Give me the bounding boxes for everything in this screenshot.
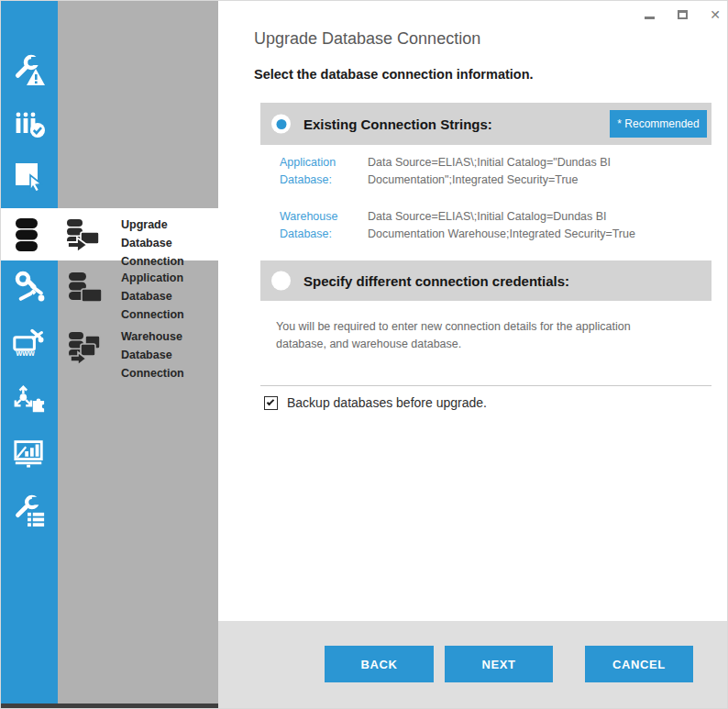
radio-existing-connection-strings[interactable] <box>271 115 291 134</box>
application-database-row: Application Database: Data Source=ELIAS\… <box>280 154 666 189</box>
page-subtitle: Select the database connection informati… <box>254 67 534 82</box>
main-panel: ✕ Upgrade Database Connection Select the… <box>218 1 728 709</box>
repair-warning-icon[interactable] <box>13 54 46 87</box>
minimize-button[interactable] <box>643 8 656 21</box>
step-row-upgrade-database-connection[interactable]: Upgrade Database Connection <box>1 208 218 260</box>
option-specify-credentials[interactable]: Specify different connection credentials… <box>260 260 711 301</box>
bottom-edge-strip <box>1 703 218 709</box>
web-config-icon[interactable]: www <box>13 327 46 360</box>
step-label-warehouse-database-connection: Warehouse Database Connection <box>121 327 200 382</box>
backup-checkbox-row[interactable]: Backup databases before upgrade. <box>264 395 487 410</box>
warehouse-database-label: Warehouse Database: <box>280 208 368 243</box>
page-title: Upgrade Database Connection <box>254 29 480 49</box>
wizard-footer: BACK NEXT CANCEL <box>218 621 728 709</box>
step-label-application-database-connection: Application Database Connection <box>121 269 200 324</box>
application-select-icon[interactable] <box>13 160 46 193</box>
prerequisites-check-icon[interactable] <box>13 107 46 140</box>
option-existing-connection-strings[interactable]: Existing Connection Strings: * Recommend… <box>260 103 711 145</box>
next-button[interactable]: NEXT <box>445 646 553 682</box>
maximize-button[interactable] <box>676 8 689 21</box>
option-label: Specify different connection credentials… <box>303 273 569 289</box>
nav-rail: www <box>1 1 58 709</box>
recommended-badge: * Recommended <box>610 110 707 138</box>
credentials-note: You will be required to enter new connec… <box>276 318 675 353</box>
step-row-warehouse-database-connection[interactable]: Warehouse Database Connection <box>58 324 218 381</box>
window-controls: ✕ <box>643 6 722 23</box>
credentials-icon[interactable] <box>13 270 46 303</box>
application-database-label: Application Database: <box>280 154 368 189</box>
radio-specify-credentials[interactable] <box>271 271 291 291</box>
option-label: Existing Connection Strings: <box>303 116 492 132</box>
services-extensions-icon[interactable] <box>13 383 46 416</box>
upgrade-database-icon <box>65 217 100 252</box>
close-icon: ✕ <box>710 8 721 21</box>
backup-checkbox[interactable] <box>264 396 278 410</box>
section-divider <box>260 385 711 386</box>
close-button[interactable]: ✕ <box>709 8 722 21</box>
step-label-upgrade-database-connection: Upgrade Database Connection <box>121 216 215 271</box>
warehouse-database-icon <box>67 329 102 364</box>
backup-checkbox-label: Backup databases before upgrade. <box>287 395 487 410</box>
dashboards-icon[interactable] <box>13 436 46 469</box>
maximize-icon <box>678 10 688 19</box>
minimize-icon <box>645 17 655 19</box>
warehouse-database-row: Warehouse Database: Data Source=ELIAS\;I… <box>280 208 666 243</box>
application-database-value: Data Source=ELIAS\;Initial Catalog="Dund… <box>368 154 666 189</box>
svg-text:www: www <box>16 349 35 359</box>
cancel-button[interactable]: CANCEL <box>585 646 693 682</box>
warehouse-database-value: Data Source=ELIAS\;Initial Catalog=Dunda… <box>368 208 666 243</box>
checkmark-icon <box>267 397 274 404</box>
back-button[interactable]: BACK <box>325 646 434 682</box>
config-list-icon[interactable] <box>13 494 46 527</box>
radio-dot <box>276 119 286 129</box>
setup-wizard-window: www <box>0 0 728 709</box>
application-database-icon <box>67 271 102 305</box>
database-icon <box>15 216 39 257</box>
step-row-application-database-connection[interactable]: Application Database Connection <box>58 265 218 322</box>
